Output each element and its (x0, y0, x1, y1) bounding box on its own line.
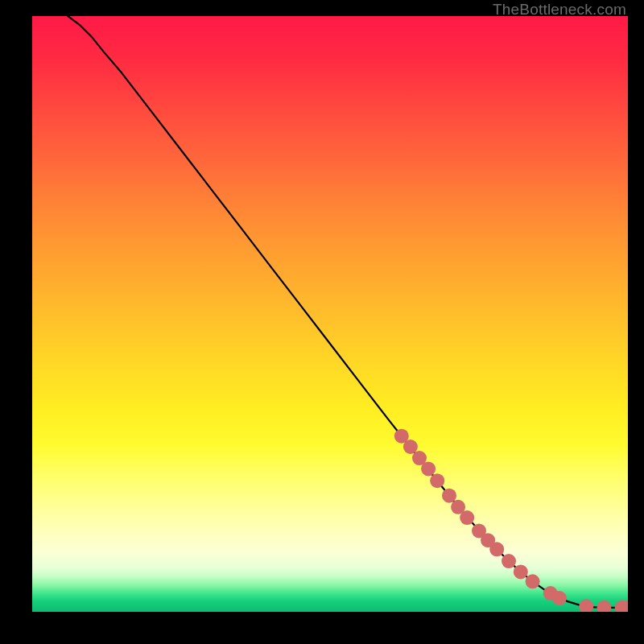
marker-dot (460, 510, 474, 525)
marker-group (394, 429, 628, 612)
marker-dot (597, 601, 611, 612)
chart-frame: TheBottleneck.com (0, 0, 644, 644)
marker-dot (403, 440, 418, 454)
plot-area (32, 16, 628, 612)
marker-dot (579, 599, 593, 612)
marker-dot (489, 542, 504, 556)
marker-dot (442, 489, 456, 503)
marker-dot (430, 473, 444, 488)
curve-line (68, 16, 628, 608)
marker-dot (552, 591, 567, 605)
marker-dot (526, 574, 540, 588)
marker-dot (421, 461, 436, 476)
marker-dot (514, 564, 528, 579)
marker-dot (502, 554, 516, 568)
chart-svg (32, 16, 628, 612)
